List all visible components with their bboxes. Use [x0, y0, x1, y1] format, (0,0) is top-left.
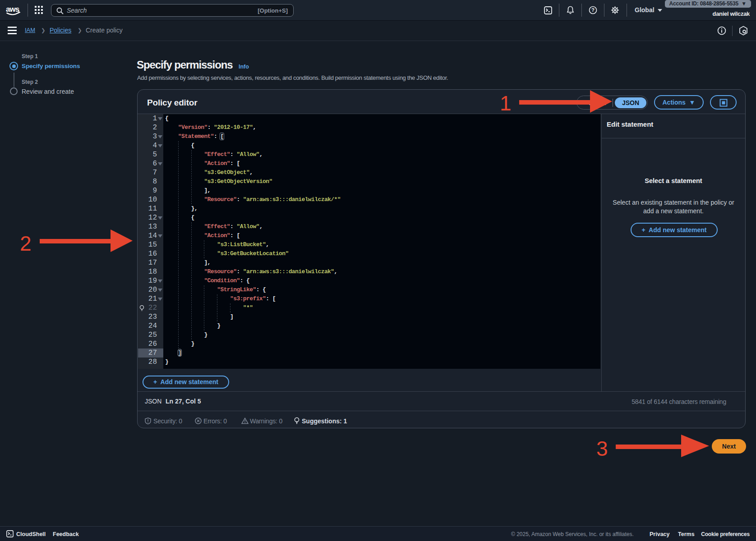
svg-text:aws: aws: [6, 5, 19, 14]
svg-text:?: ?: [591, 7, 595, 13]
